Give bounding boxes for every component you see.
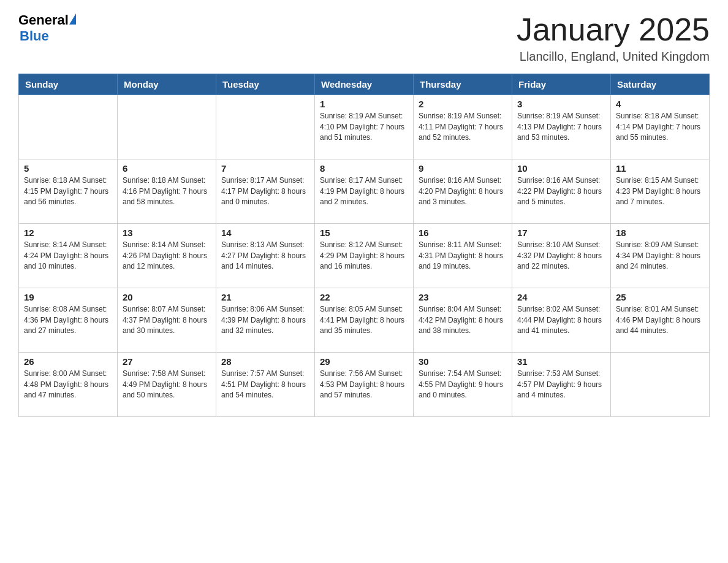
day-number: 30: [419, 356, 507, 367]
calendar-cell: 12Sunrise: 8:14 AM Sunset: 4:24 PM Dayli…: [19, 224, 118, 288]
day-info: Sunrise: 8:16 AM Sunset: 4:20 PM Dayligh…: [419, 175, 507, 207]
calendar-cell: 6Sunrise: 8:18 AM Sunset: 4:16 PM Daylig…: [118, 159, 216, 224]
day-number: 22: [320, 292, 408, 302]
calendar-cell: 8Sunrise: 8:17 AM Sunset: 4:19 PM Daylig…: [315, 159, 414, 224]
day-number: 11: [616, 163, 704, 174]
calendar-cell: 9Sunrise: 8:16 AM Sunset: 4:20 PM Daylig…: [414, 159, 512, 224]
calendar-cell: 21Sunrise: 8:06 AM Sunset: 4:39 PM Dayli…: [216, 288, 315, 353]
calendar-cell: [216, 95, 315, 159]
calendar-week-4: 19Sunrise: 8:08 AM Sunset: 4:36 PM Dayli…: [19, 288, 710, 353]
calendar-cell: 20Sunrise: 8:07 AM Sunset: 4:37 PM Dayli…: [118, 288, 216, 353]
calendar-cell: 16Sunrise: 8:11 AM Sunset: 4:31 PM Dayli…: [414, 224, 512, 288]
day-number: 29: [320, 356, 408, 367]
day-info: Sunrise: 8:16 AM Sunset: 4:22 PM Dayligh…: [517, 175, 605, 207]
day-number: 18: [616, 228, 704, 238]
page-header: General Blue January 2025 Llancillo, Eng…: [18, 12, 710, 64]
calendar-week-3: 12Sunrise: 8:14 AM Sunset: 4:24 PM Dayli…: [19, 224, 710, 288]
calendar-cell: 31Sunrise: 7:53 AM Sunset: 4:57 PM Dayli…: [512, 353, 611, 417]
day-info: Sunrise: 8:02 AM Sunset: 4:44 PM Dayligh…: [517, 304, 605, 336]
month-title: January 2025: [517, 12, 710, 47]
calendar-cell: [118, 95, 216, 159]
day-number: 4: [616, 99, 704, 109]
day-info: Sunrise: 8:19 AM Sunset: 4:10 PM Dayligh…: [320, 111, 408, 143]
day-info: Sunrise: 8:18 AM Sunset: 4:16 PM Dayligh…: [123, 175, 211, 207]
calendar-cell: 26Sunrise: 8:00 AM Sunset: 4:48 PM Dayli…: [19, 353, 118, 417]
day-number: 6: [123, 163, 211, 174]
day-info: Sunrise: 8:11 AM Sunset: 4:31 PM Dayligh…: [419, 240, 507, 272]
calendar-cell: 15Sunrise: 8:12 AM Sunset: 4:29 PM Dayli…: [315, 224, 414, 288]
calendar-cell: 11Sunrise: 8:15 AM Sunset: 4:23 PM Dayli…: [611, 159, 710, 224]
day-info: Sunrise: 8:09 AM Sunset: 4:34 PM Dayligh…: [616, 240, 704, 272]
calendar-cell: 7Sunrise: 8:17 AM Sunset: 4:17 PM Daylig…: [216, 159, 315, 224]
day-number: 28: [221, 356, 309, 367]
day-number: 17: [517, 228, 605, 238]
calendar-cell: 5Sunrise: 8:18 AM Sunset: 4:15 PM Daylig…: [19, 159, 118, 224]
day-info: Sunrise: 8:14 AM Sunset: 4:24 PM Dayligh…: [24, 240, 112, 272]
calendar-cell: 28Sunrise: 7:57 AM Sunset: 4:51 PM Dayli…: [216, 353, 315, 417]
calendar-week-1: 1Sunrise: 8:19 AM Sunset: 4:10 PM Daylig…: [19, 95, 710, 159]
calendar-header-row: SundayMondayTuesdayWednesdayThursdayFrid…: [19, 74, 710, 95]
day-info: Sunrise: 8:19 AM Sunset: 4:11 PM Dayligh…: [419, 111, 507, 143]
day-info: Sunrise: 7:54 AM Sunset: 4:55 PM Dayligh…: [419, 369, 507, 400]
logo-triangle-icon: [69, 13, 76, 25]
day-number: 31: [517, 356, 605, 367]
weekday-header-thursday: Thursday: [414, 74, 512, 95]
day-info: Sunrise: 8:15 AM Sunset: 4:23 PM Dayligh…: [616, 175, 704, 207]
calendar-cell: 27Sunrise: 7:58 AM Sunset: 4:49 PM Dayli…: [118, 353, 216, 417]
calendar-cell: 23Sunrise: 8:04 AM Sunset: 4:42 PM Dayli…: [414, 288, 512, 353]
calendar-cell: 25Sunrise: 8:01 AM Sunset: 4:46 PM Dayli…: [611, 288, 710, 353]
title-area: January 2025 Llancillo, England, United …: [517, 12, 710, 64]
day-number: 7: [221, 163, 309, 174]
day-number: 21: [221, 292, 309, 302]
calendar-cell: 1Sunrise: 8:19 AM Sunset: 4:10 PM Daylig…: [315, 95, 414, 159]
day-number: 14: [221, 228, 309, 238]
day-number: 20: [123, 292, 211, 302]
logo-general: General: [18, 12, 69, 28]
calendar-cell: 30Sunrise: 7:54 AM Sunset: 4:55 PM Dayli…: [414, 353, 512, 417]
day-number: 9: [419, 163, 507, 174]
day-number: 8: [320, 163, 408, 174]
day-info: Sunrise: 8:07 AM Sunset: 4:37 PM Dayligh…: [123, 304, 211, 336]
day-number: 19: [24, 292, 112, 302]
calendar-cell: 13Sunrise: 8:14 AM Sunset: 4:26 PM Dayli…: [118, 224, 216, 288]
weekday-header-monday: Monday: [118, 74, 216, 95]
calendar-cell: 4Sunrise: 8:18 AM Sunset: 4:14 PM Daylig…: [611, 95, 710, 159]
day-info: Sunrise: 8:13 AM Sunset: 4:27 PM Dayligh…: [221, 240, 309, 272]
calendar-cell: 14Sunrise: 8:13 AM Sunset: 4:27 PM Dayli…: [216, 224, 315, 288]
day-info: Sunrise: 8:10 AM Sunset: 4:32 PM Dayligh…: [517, 240, 605, 272]
weekday-header-wednesday: Wednesday: [315, 74, 414, 95]
day-info: Sunrise: 7:53 AM Sunset: 4:57 PM Dayligh…: [517, 369, 605, 400]
weekday-header-tuesday: Tuesday: [216, 74, 315, 95]
logo: General Blue: [18, 12, 76, 44]
calendar-week-2: 5Sunrise: 8:18 AM Sunset: 4:15 PM Daylig…: [19, 159, 710, 224]
calendar-cell: 3Sunrise: 8:19 AM Sunset: 4:13 PM Daylig…: [512, 95, 611, 159]
day-number: 13: [123, 228, 211, 238]
day-number: 27: [123, 356, 211, 367]
day-number: 10: [517, 163, 605, 174]
day-number: 1: [320, 99, 408, 109]
location: Llancillo, England, United Kingdom: [517, 50, 710, 64]
calendar-cell: 22Sunrise: 8:05 AM Sunset: 4:41 PM Dayli…: [315, 288, 414, 353]
day-info: Sunrise: 7:57 AM Sunset: 4:51 PM Dayligh…: [221, 369, 309, 400]
day-number: 5: [24, 163, 112, 174]
day-info: Sunrise: 8:01 AM Sunset: 4:46 PM Dayligh…: [616, 304, 704, 336]
day-info: Sunrise: 8:14 AM Sunset: 4:26 PM Dayligh…: [123, 240, 211, 272]
day-number: 2: [419, 99, 507, 109]
weekday-header-friday: Friday: [512, 74, 611, 95]
day-info: Sunrise: 8:19 AM Sunset: 4:13 PM Dayligh…: [517, 111, 605, 143]
calendar-cell: 29Sunrise: 7:56 AM Sunset: 4:53 PM Dayli…: [315, 353, 414, 417]
day-number: 16: [419, 228, 507, 238]
day-number: 12: [24, 228, 112, 238]
day-info: Sunrise: 7:58 AM Sunset: 4:49 PM Dayligh…: [123, 369, 211, 400]
day-number: 3: [517, 99, 605, 109]
day-info: Sunrise: 8:17 AM Sunset: 4:19 PM Dayligh…: [320, 175, 408, 207]
weekday-header-saturday: Saturday: [611, 74, 710, 95]
day-info: Sunrise: 7:56 AM Sunset: 4:53 PM Dayligh…: [320, 369, 408, 400]
logo-blue: Blue: [20, 28, 49, 44]
calendar-cell: 18Sunrise: 8:09 AM Sunset: 4:34 PM Dayli…: [611, 224, 710, 288]
day-info: Sunrise: 8:00 AM Sunset: 4:48 PM Dayligh…: [24, 369, 112, 400]
day-number: 15: [320, 228, 408, 238]
day-number: 24: [517, 292, 605, 302]
calendar-cell: 17Sunrise: 8:10 AM Sunset: 4:32 PM Dayli…: [512, 224, 611, 288]
day-info: Sunrise: 8:04 AM Sunset: 4:42 PM Dayligh…: [419, 304, 507, 336]
